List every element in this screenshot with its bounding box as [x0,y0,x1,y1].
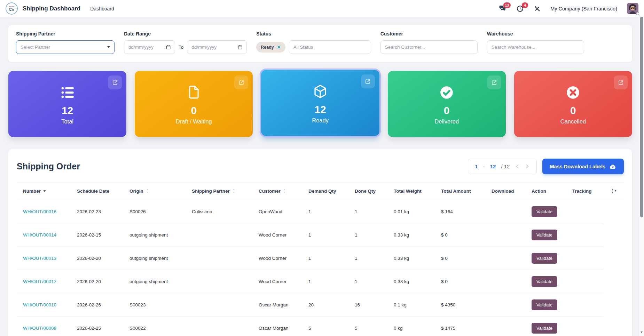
filter-customer: Customer [380,31,478,54]
pager: 1 - 12 / 12 [468,159,537,174]
mass-download-labels-button[interactable]: Mass Download Labels [542,159,624,174]
user-avatar[interactable] [627,3,638,14]
date-to-input[interactable] [191,45,237,50]
cell-tracking [566,200,604,223]
external-link-icon[interactable] [487,75,501,89]
date-from-input[interactable] [128,45,166,50]
col-demand-qty: Demand Qty [302,183,348,200]
cell-customer: Wood Corner [252,270,302,293]
status-select[interactable] [289,40,371,54]
status-tag-ready[interactable]: Ready ✕ [256,42,285,53]
col-options-toggle[interactable]: ⋮▾ [604,183,624,200]
validate-button[interactable]: Validate [532,253,557,264]
shipping-partner-input[interactable] [21,45,104,50]
filter-warehouse: Warehouse [487,31,584,54]
cell-total-amount: $ 4350 [435,293,485,317]
warehouse-search-input[interactable] [492,45,580,50]
warehouse-search-field[interactable] [487,40,584,54]
cell-action: Validate [525,247,566,270]
filter-label: Shipping Partner [16,31,115,37]
calendar-icon[interactable] [238,45,243,50]
cell-total-weight: 0.01 kg [387,200,435,223]
cell-demand-qty: 1 [302,247,348,270]
order-number-link[interactable]: WH/OUT/00009 [23,326,56,331]
validate-button[interactable]: Validate [532,230,557,240]
col-shipping-partner[interactable]: Shipping Partner [186,183,252,200]
cell-origin: S00023 [123,293,186,317]
tools-button[interactable] [534,5,541,12]
app-logo-icon[interactable]: odoo [6,2,18,15]
stat-card-total[interactable]: 12 Total [8,71,126,137]
shipping-partner-select[interactable] [16,40,115,54]
remove-tag-icon[interactable]: ✕ [277,45,281,50]
sort-icon [283,189,286,193]
external-link-icon[interactable] [614,75,628,89]
filter-label: Customer [380,31,478,37]
scrollbar-thumb[interactable] [640,17,643,217]
col-number[interactable]: Number [17,183,71,200]
activities-button[interactable]: 4 [516,5,524,13]
page-scrollbar[interactable] [639,0,644,336]
date-to-field[interactable] [187,40,247,54]
stat-card-delivered[interactable]: 0 Delivered [388,71,506,137]
cell-schedule-date: 2026-02-20 [71,270,123,293]
stat-card-ready[interactable]: 12 Ready [261,70,379,136]
order-number-link[interactable]: WH/OUT/00016 [23,209,56,214]
order-number-link[interactable]: WH/OUT/00012 [23,279,56,284]
table-row: WH/OUT/00010 2026-02-26 S00023 Oscar Mor… [17,293,624,317]
cell-shipping-partner [186,293,252,317]
calendar-icon[interactable] [166,45,171,50]
table-row: WH/OUT/00012 2026-02-20 outgoing shipmen… [17,270,624,293]
x-circle-icon [565,83,581,101]
cell-origin: outgoing shipment [123,223,186,247]
pager-previous-button[interactable] [515,164,520,169]
order-number-link[interactable]: WH/OUT/00010 [23,302,56,307]
cell-download [485,223,525,247]
cell-total-amount: $ 0 [435,223,485,247]
customer-search-input[interactable] [385,45,473,50]
col-schedule-date[interactable]: Schedule Date [71,183,123,200]
col-customer[interactable]: Customer [252,183,302,200]
stat-card-draft-waiting[interactable]: 0 Draft / Waiting [135,71,253,137]
cell-tracking [566,247,604,270]
cloud-download-icon [609,163,616,169]
cell-demand-qty: 20 [302,293,348,317]
chevron-right-icon [525,164,530,169]
status-input[interactable] [293,45,367,50]
pager-end[interactable]: 12 [490,163,496,169]
customer-search-field[interactable] [380,40,478,54]
external-link-icon[interactable] [361,74,375,88]
validate-button[interactable]: Validate [532,206,557,217]
external-link-icon[interactable] [234,75,248,89]
pager-next-button[interactable] [525,164,530,169]
date-from-field[interactable] [124,40,175,54]
order-number-link[interactable]: WH/OUT/00014 [23,232,56,238]
check-circle-icon [439,83,455,101]
validate-button[interactable]: Validate [532,299,557,310]
stat-label: Total [61,118,73,125]
col-tracking: Tracking [566,183,604,200]
stat-label: Delivered [434,118,459,125]
cell-download [485,247,525,270]
cell-shipping-partner [186,223,252,247]
cell-total-amount: $ 164 [435,200,485,223]
col-origin[interactable]: Origin [123,183,186,200]
list-icon [60,83,76,101]
validate-button[interactable]: Validate [532,323,557,334]
external-link-icon[interactable] [108,75,122,89]
messages-badge: 13 [503,2,511,8]
validate-button[interactable]: Validate [532,276,557,287]
cell-total-amount: $ 0 [435,247,485,270]
column-options-icon: ⋮ [610,188,615,194]
order-number-link[interactable]: WH/OUT/00013 [23,256,56,261]
menu-dashboard[interactable]: Dashboard [90,6,114,11]
col-total-amount: Total Amount [435,183,485,200]
filter-date-range: Date Range To [124,31,247,54]
company-switcher[interactable]: My Company (San Francisco) [550,6,617,11]
stat-card-cancelled[interactable]: 0 Cancelled [514,71,632,137]
messages-button[interactable]: 13 [498,5,506,12]
pager-start[interactable]: 1 [475,163,478,169]
sort-icon [232,189,235,193]
cell-total-weight: 0 kg [387,317,435,336]
scrollbar-down-arrow[interactable] [641,331,643,333]
